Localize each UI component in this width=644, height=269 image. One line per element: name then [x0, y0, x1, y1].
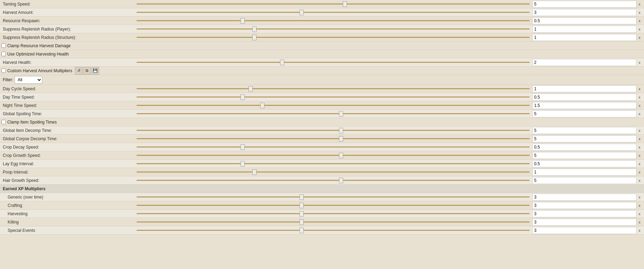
slider-thumb-13[interactable] [339, 111, 343, 117]
checkbox-14[interactable] [1, 120, 6, 124]
value-input-0[interactable] [532, 1, 636, 8]
slider-thumb-7[interactable] [280, 60, 284, 65]
x-button-23[interactable]: x [636, 195, 643, 199]
x-button-25[interactable]: x [636, 212, 643, 216]
slider-track-wrap-10[interactable] [137, 85, 530, 93]
value-input-12[interactable] [532, 102, 636, 109]
x-button-26[interactable]: x [636, 220, 643, 224]
slider-track-wrap-12[interactable] [137, 101, 530, 109]
slider-thumb-16[interactable] [339, 136, 343, 142]
value-input-25[interactable] [532, 210, 636, 217]
slider-thumb-11[interactable] [241, 94, 245, 100]
value-input-16[interactable] [532, 135, 636, 142]
value-input-20[interactable] [532, 169, 636, 176]
slider-track-wrap-25[interactable] [137, 210, 530, 218]
slider-track-wrap-3[interactable] [137, 25, 530, 33]
slider-thumb-15[interactable] [339, 128, 343, 133]
slider-thumb-27[interactable] [299, 228, 304, 233]
slider-label-3: Suppress Replenish Radius (Player): [1, 27, 137, 32]
slider-track-wrap-20[interactable] [137, 168, 530, 176]
slider-thumb-3[interactable] [252, 26, 256, 32]
value-input-24[interactable] [532, 202, 636, 209]
slider-track-wrap-13[interactable] [137, 110, 530, 118]
checkbox-5[interactable] [1, 43, 6, 48]
value-input-17[interactable] [532, 144, 636, 151]
slider-track-wrap-26[interactable] [137, 218, 530, 226]
x-button-27[interactable]: x [636, 228, 643, 233]
x-button-1[interactable]: x [636, 10, 643, 15]
slider-label-26: Killing [1, 220, 137, 225]
slider-track-wrap-24[interactable] [137, 201, 530, 209]
slider-track-wrap-7[interactable] [137, 58, 530, 66]
slider-track-wrap-2[interactable] [137, 17, 530, 25]
slider-thumb-21[interactable] [339, 178, 343, 183]
slider-thumb-1[interactable] [299, 10, 304, 15]
x-button-10[interactable]: x [636, 87, 643, 91]
refresh-icon-button[interactable]: ↺ [75, 67, 82, 75]
value-input-4[interactable] [532, 34, 636, 41]
x-button-11[interactable]: x [636, 95, 643, 99]
slider-track-wrap-19[interactable] [137, 160, 530, 168]
slider-track-wrap-15[interactable] [137, 126, 530, 134]
value-input-27[interactable] [532, 227, 636, 234]
value-input-23[interactable] [532, 194, 636, 201]
value-input-1[interactable] [532, 9, 636, 16]
slider-thumb-19[interactable] [241, 161, 245, 167]
slider-track-wrap-4[interactable] [137, 33, 530, 41]
slider-thumb-26[interactable] [299, 219, 304, 225]
x-button-15[interactable]: x [636, 128, 643, 133]
value-input-10[interactable] [532, 85, 636, 92]
slider-thumb-0[interactable] [343, 1, 347, 7]
value-input-11[interactable] [532, 94, 636, 101]
copy-icon-button[interactable]: ⧉ [83, 67, 91, 75]
x-button-13[interactable]: x [636, 112, 643, 116]
value-input-15[interactable] [532, 127, 636, 134]
slider-label-18: Crop Growth Speed: [1, 153, 137, 158]
value-input-21[interactable] [532, 177, 636, 184]
x-button-7[interactable]: x [636, 60, 643, 65]
slider-thumb-10[interactable] [249, 86, 253, 92]
slider-thumb-20[interactable] [252, 169, 256, 175]
x-button-12[interactable]: x [636, 103, 643, 108]
slider-thumb-4[interactable] [252, 35, 256, 40]
value-input-26[interactable] [532, 219, 636, 226]
slider-thumb-12[interactable] [260, 103, 264, 108]
slider-track-wrap-16[interactable] [137, 135, 530, 143]
checkbox-6[interactable] [1, 52, 6, 56]
x-button-3[interactable]: x [636, 27, 643, 31]
x-button-17[interactable]: x [636, 145, 643, 149]
custom-harvest-checkbox[interactable] [1, 68, 6, 73]
x-button-20[interactable]: x [636, 170, 643, 174]
x-button-16[interactable]: x [636, 137, 643, 141]
slider-thumb-24[interactable] [299, 203, 304, 208]
value-input-3[interactable] [532, 26, 636, 33]
slider-track-wrap-0[interactable] [137, 0, 530, 8]
x-button-18[interactable]: x [636, 153, 643, 158]
value-input-2[interactable] [532, 17, 636, 24]
value-input-18[interactable] [532, 152, 636, 159]
slider-track-17 [137, 146, 530, 148]
slider-thumb-2[interactable] [241, 18, 245, 24]
value-input-13[interactable] [532, 110, 636, 117]
slider-thumb-25[interactable] [299, 211, 304, 217]
filter-select[interactable]: AllDefaultCustom [15, 76, 42, 84]
x-button-19[interactable]: x [636, 162, 643, 166]
slider-thumb-23[interactable] [299, 194, 304, 200]
x-button-24[interactable]: x [636, 203, 643, 208]
x-button-0[interactable]: x [636, 2, 643, 6]
slider-track-wrap-1[interactable] [137, 8, 530, 16]
save-icon-button[interactable]: 💾 [92, 67, 99, 75]
slider-track-wrap-23[interactable] [137, 193, 530, 201]
slider-track-wrap-27[interactable] [137, 226, 530, 234]
slider-track-wrap-18[interactable] [137, 151, 530, 159]
slider-track-wrap-17[interactable] [137, 143, 530, 151]
value-input-7[interactable] [532, 59, 636, 66]
slider-thumb-17[interactable] [241, 144, 245, 150]
x-button-4[interactable]: x [636, 35, 643, 40]
slider-track-wrap-21[interactable] [137, 176, 530, 184]
slider-track-wrap-11[interactable] [137, 93, 530, 101]
x-button-21[interactable]: x [636, 178, 643, 183]
x-button-2[interactable]: x [636, 19, 643, 23]
slider-thumb-18[interactable] [339, 153, 343, 158]
value-input-19[interactable] [532, 160, 636, 167]
